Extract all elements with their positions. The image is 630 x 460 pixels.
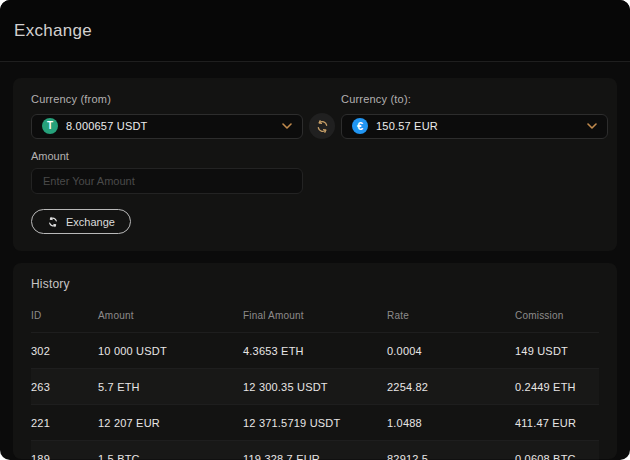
table-cell: 263 [31,381,98,393]
column-header: Final Amount [243,310,387,321]
table-cell: 2254.82 [387,381,515,393]
currency-to-label: Currency (to): [341,93,608,105]
exchange-button[interactable]: Exchange [31,209,131,234]
table-row: 22112 207 EUR12 371.5719 USDT1.0488411.4… [31,404,599,440]
tether-icon: T [42,118,58,134]
table-cell: 119 328.7 EUR [243,453,387,460]
history-title: History [31,277,599,291]
swap-currencies-button[interactable] [309,113,335,139]
table-cell: 189 [31,453,98,460]
chevron-down-icon [282,123,292,129]
exchange-button-label: Exchange [66,216,115,228]
table-cell: 12 207 EUR [98,417,243,429]
history-panel: History IDAmountFinal AmountRateComissio… [13,263,617,459]
table-cell: 302 [31,345,98,357]
currency-to-select[interactable]: € 150.57 EUR [341,114,608,139]
table-cell: 12 300.35 USDT [243,381,387,393]
table-row: 30210 000 USDT4.3653 ETH0.0004149 USDT [31,332,599,368]
history-table-header: IDAmountFinal AmountRateComission [31,310,599,332]
table-cell: 4.3653 ETH [243,345,387,357]
table-cell: 5.7 ETH [98,381,243,393]
table-cell: 149 USDT [515,345,599,357]
amount-input[interactable] [31,168,303,194]
column-header: Comission [515,310,599,321]
currency-from-value: 8.000657 USDT [66,120,147,132]
euro-icon: € [352,118,368,134]
table-cell: 0.0004 [387,345,515,357]
column-header: Rate [387,310,515,321]
exchange-app-window: Exchange Currency (from) Currency (to): … [0,0,630,460]
amount-label: Amount [31,150,608,162]
table-cell: 10 000 USDT [98,345,243,357]
column-header: Amount [98,310,243,321]
table-cell: 82912.5 [387,453,515,460]
currency-to-value: 150.57 EUR [376,120,438,132]
exchange-form-panel: Currency (from) Currency (to): T 8.00065… [13,78,617,251]
table-cell: 0.2449 ETH [515,381,599,393]
table-row: 2635.7 ETH12 300.35 USDT2254.820.2449 ET… [31,368,599,404]
page-title: Exchange [14,21,92,41]
table-cell: 12 371.5719 USDT [243,417,387,429]
table-cell: 1.5 BTC [98,453,243,460]
exchange-arrows-icon [47,216,59,228]
table-cell: 411.47 EUR [515,417,599,429]
table-cell: 221 [31,417,98,429]
chevron-down-icon [587,123,597,129]
column-header: ID [31,310,98,321]
table-row: 1891.5 BTC119 328.7 EUR82912.50.0608 BTC [31,440,599,460]
currency-from-select[interactable]: T 8.000657 USDT [31,114,303,139]
app-header: Exchange [0,0,630,62]
table-cell: 1.0488 [387,417,515,429]
table-cell: 0.0608 BTC [515,453,599,460]
currency-from-label: Currency (from) [31,93,303,105]
swap-arrows-icon [315,119,330,134]
history-table-body: 30210 000 USDT4.3653 ETH0.0004149 USDT26… [31,332,599,460]
